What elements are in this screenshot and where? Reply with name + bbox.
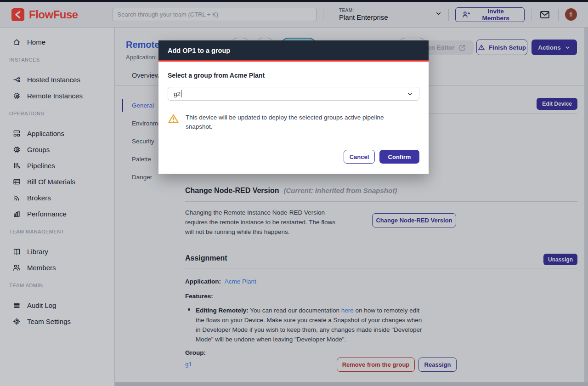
chevron-down-icon[interactable] <box>407 91 413 97</box>
dialog-header: Add OP1 to a group <box>158 40 429 62</box>
confirm-button[interactable]: Confirm <box>379 150 419 164</box>
warning-triangle-icon <box>168 113 179 125</box>
group-select-input[interactable]: g2 <box>168 87 419 101</box>
dialog-title: Add OP1 to a group <box>168 47 230 54</box>
warning-text: This device will be updated to deploy th… <box>186 113 401 131</box>
dialog-actions: Cancel Confirm <box>344 150 419 164</box>
dialog-body: Select a group from Acme Plant g2 This d… <box>158 62 429 174</box>
pipeline-warning: This device will be updated to deploy th… <box>168 113 419 131</box>
screen: FlowFuse TEAM: Plant Enterprise Invite M… <box>0 0 588 386</box>
group-select-value: g2 <box>174 91 181 97</box>
group-select-label: Select a group from Acme Plant <box>168 72 419 79</box>
text-cursor <box>181 90 181 97</box>
cancel-button[interactable]: Cancel <box>344 150 375 164</box>
add-to-group-dialog: Add OP1 to a group Select a group from A… <box>158 40 429 174</box>
